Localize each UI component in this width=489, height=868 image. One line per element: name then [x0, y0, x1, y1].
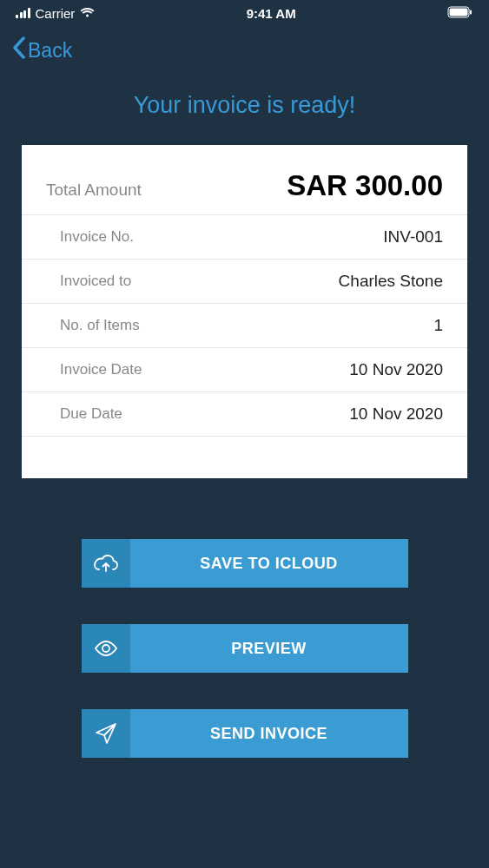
total-amount: SAR 300.00 [287, 169, 443, 202]
wifi-icon [80, 6, 95, 21]
invoice-field-row: No. of Items 1 [22, 304, 467, 348]
total-row: Total Amount SAR 300.00 [22, 169, 467, 215]
status-bar: Carrier 9:41 AM [0, 0, 489, 26]
field-value-items: 1 [433, 316, 443, 335]
back-button[interactable]: Back [12, 36, 72, 64]
status-time: 9:41 AM [247, 6, 296, 21]
send-invoice-button[interactable]: SEND INVOICE [82, 709, 408, 758]
svg-rect-2 [470, 10, 472, 14]
paper-plane-icon [82, 709, 130, 758]
header-bar: Back [0, 26, 489, 75]
field-label-items: No. of Items [60, 317, 140, 334]
invoice-field-row: Invoice Date 10 Nov 2020 [22, 348, 467, 392]
save-to-icloud-button[interactable]: SAVE TO ICLOUD [82, 539, 408, 588]
svg-rect-1 [450, 8, 468, 16]
field-value-invoice-no: INV-001 [383, 227, 443, 247]
field-label-due-date: Due Date [60, 405, 122, 423]
invoice-field-row: Invoice No. INV-001 [22, 215, 467, 260]
eye-icon [82, 624, 130, 673]
status-left: Carrier [16, 6, 95, 21]
content-area: Your invoice is ready! Total Amount SAR … [0, 75, 489, 758]
field-label-invoice-date: Invoice Date [60, 361, 142, 378]
total-label: Total Amount [46, 181, 142, 200]
field-label-invoice-no: Invoice No. [60, 228, 134, 246]
field-value-invoice-date: 10 Nov 2020 [349, 360, 443, 379]
preview-button[interactable]: PREVIEW [82, 624, 408, 673]
send-label: SEND INVOICE [130, 709, 408, 758]
invoice-field-row: Invoiced to Charles Stone [22, 260, 467, 304]
field-value-due-date: 10 Nov 2020 [349, 404, 443, 424]
field-label-invoiced-to: Invoiced to [60, 273, 131, 290]
save-label: SAVE TO ICLOUD [130, 539, 408, 588]
chevron-left-icon [12, 36, 26, 64]
battery-icon [447, 6, 473, 21]
back-label: Back [28, 39, 72, 62]
signal-icon [16, 8, 30, 18]
preview-label: PREVIEW [130, 624, 408, 673]
page-title: Your invoice is ready! [0, 92, 489, 119]
invoice-field-row: Due Date 10 Nov 2020 [22, 392, 467, 437]
actions: SAVE TO ICLOUD PREVIEW SEND INVOICE [0, 539, 489, 758]
invoice-card: Total Amount SAR 300.00 Invoice No. INV-… [22, 145, 467, 478]
svg-point-3 [102, 645, 109, 652]
carrier-label: Carrier [36, 6, 76, 21]
cloud-upload-icon [82, 539, 130, 588]
status-right [447, 6, 473, 21]
field-value-invoiced-to: Charles Stone [339, 272, 443, 291]
